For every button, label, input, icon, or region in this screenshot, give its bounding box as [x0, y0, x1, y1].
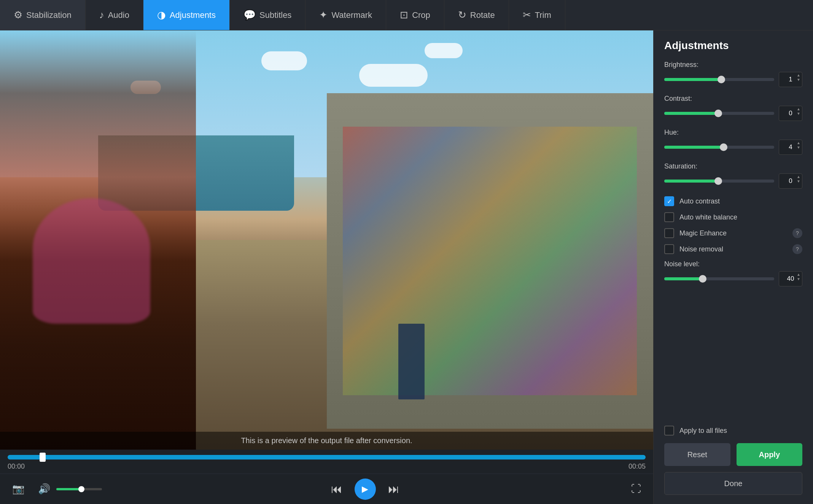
scene-graffiti — [343, 127, 637, 395]
nav-subtitles-label: Subtitles — [259, 10, 291, 20]
screenshot-button[interactable]: 📷 — [9, 480, 27, 498]
nav-watermark[interactable]: ✦ Watermark — [305, 0, 386, 30]
saturation-slider[interactable] — [664, 180, 774, 183]
contrast-value: 0 ▲ ▼ — [779, 106, 802, 121]
apply-button[interactable]: Apply — [737, 443, 803, 466]
apply-all-checkbox[interactable] — [664, 426, 674, 436]
nav-stabilization-label: Stabilization — [26, 10, 72, 20]
noise-level-down[interactable]: ▼ — [796, 277, 801, 281]
noise-removal-row: Noise removal ? — [664, 244, 802, 254]
playback-center: ⏮ ▶ ⏭ — [110, 479, 620, 500]
hue-thumb[interactable] — [720, 143, 727, 151]
scene-cloud-1 — [261, 51, 307, 70]
magic-enhance-row: Magic Enhance ? — [664, 228, 802, 238]
auto-contrast-checkbox[interactable]: ✓ — [664, 196, 674, 206]
saturation-thumb[interactable] — [714, 177, 722, 185]
nav-rotate[interactable]: ↻ Rotate — [444, 0, 509, 30]
nav-adjustments-label: Adjustments — [170, 10, 216, 20]
noise-level-value: 40 ▲ ▼ — [779, 271, 802, 286]
nav-stabilization[interactable]: ⚙ Stabilization — [0, 0, 86, 30]
apply-all-row: Apply to all files — [664, 426, 802, 436]
brightness-down[interactable]: ▼ — [796, 78, 801, 82]
volume-track[interactable] — [56, 488, 102, 490]
noise-level-row: Noise level: 40 ▲ ▼ — [664, 260, 802, 286]
main-content: This is a preview of the output file aft… — [0, 30, 813, 504]
hue-label: Hue: — [664, 129, 802, 137]
crop-icon: ⊡ — [400, 9, 408, 21]
player-controls: 📷 🔊 ⏮ ▶ ⏭ ⛶ — [0, 474, 653, 504]
hue-spinners: ▲ ▼ — [796, 141, 801, 154]
noise-removal-checkbox[interactable] — [664, 244, 674, 254]
nav-trim[interactable]: ✂ Trim — [509, 0, 565, 30]
nav-rotate-label: Rotate — [470, 10, 495, 20]
scene-pink-top — [33, 198, 150, 324]
apply-all-label: Apply to all files — [679, 427, 727, 435]
volume-fill — [56, 488, 81, 490]
noise-level-label: Noise level: — [664, 260, 802, 268]
noise-level-slider-row: 40 ▲ ▼ — [664, 271, 802, 286]
panel-title: Adjustments — [664, 40, 802, 52]
video-area: This is a preview of the output file aft… — [0, 30, 653, 504]
contrast-thumb[interactable] — [714, 110, 722, 117]
magic-enhance-help-icon[interactable]: ? — [792, 228, 802, 238]
noise-level-fill — [664, 277, 703, 280]
saturation-row: Saturation: 0 ▲ ▼ — [664, 162, 802, 189]
noise-level-slider[interactable] — [664, 277, 774, 280]
done-button[interactable]: Done — [664, 472, 802, 495]
noise-removal-help-icon[interactable]: ? — [792, 244, 802, 254]
contrast-slider[interactable] — [664, 112, 774, 115]
scene-cloud-3 — [425, 43, 463, 58]
hue-down[interactable]: ▼ — [796, 145, 801, 150]
contrast-down[interactable]: ▼ — [796, 111, 801, 116]
video-preview: This is a preview of the output file aft… — [0, 30, 653, 450]
hue-slider[interactable] — [664, 146, 774, 149]
saturation-up[interactable]: ▲ — [796, 175, 801, 179]
hue-slider-row: 4 ▲ ▼ — [664, 140, 802, 155]
noise-level-up[interactable]: ▲ — [796, 272, 801, 277]
skip-forward-button[interactable]: ⏭ — [385, 480, 403, 499]
nav-crop-label: Crop — [412, 10, 430, 20]
contrast-fill — [664, 112, 718, 115]
contrast-up[interactable]: ▲ — [796, 107, 801, 111]
scene-wall — [327, 93, 654, 429]
brightness-fill — [664, 78, 721, 81]
saturation-slider-row: 0 ▲ ▼ — [664, 173, 802, 189]
action-buttons: Reset Apply — [664, 443, 802, 466]
noise-level-spinners: ▲ ▼ — [796, 272, 801, 285]
checkmark-icon: ✓ — [667, 198, 672, 205]
saturation-spinners: ▲ ▼ — [796, 175, 801, 188]
brightness-slider-row: 1 ▲ ▼ — [664, 72, 802, 87]
auto-contrast-row: ✓ Auto contrast — [664, 196, 802, 206]
fullscreen-button[interactable]: ⛶ — [628, 480, 644, 498]
nav-adjustments[interactable]: ◑ Adjustments — [143, 0, 230, 30]
reset-button[interactable]: Reset — [664, 443, 730, 466]
brightness-value: 1 ▲ ▼ — [779, 72, 802, 87]
brightness-up[interactable]: ▲ — [796, 73, 801, 78]
timeline-thumb[interactable] — [40, 453, 46, 462]
skip-back-button[interactable]: ⏮ — [328, 480, 345, 499]
hue-up[interactable]: ▲ — [796, 141, 801, 145]
nav-trim-label: Trim — [535, 10, 551, 20]
auto-white-balance-row: Auto white balance — [664, 212, 802, 222]
nav-subtitles[interactable]: 💬 Subtitles — [230, 0, 305, 30]
nav-audio[interactable]: ♪ Audio — [86, 0, 143, 30]
nav-crop[interactable]: ⊡ Crop — [386, 0, 444, 30]
stabilization-icon: ⚙ — [14, 9, 22, 21]
trim-icon: ✂ — [523, 9, 531, 21]
nav-audio-label: Audio — [108, 10, 129, 20]
brightness-thumb[interactable] — [718, 76, 725, 83]
auto-white-balance-checkbox[interactable] — [664, 212, 674, 222]
play-pause-button[interactable]: ▶ — [355, 479, 376, 500]
brightness-slider[interactable] — [664, 78, 774, 81]
volume-thumb[interactable] — [78, 486, 84, 492]
preview-label: This is a preview of the output file aft… — [0, 432, 653, 450]
scene-child-figure — [398, 324, 425, 399]
noise-level-thumb[interactable] — [699, 275, 706, 283]
contrast-row: Contrast: 0 ▲ ▼ — [664, 95, 802, 121]
contrast-spinners: ▲ ▼ — [796, 107, 801, 120]
timeline-track[interactable] — [8, 455, 646, 459]
saturation-down[interactable]: ▼ — [796, 179, 801, 184]
volume-button[interactable]: 🔊 — [35, 480, 53, 498]
magic-enhance-checkbox[interactable] — [664, 228, 674, 238]
timeline-start: 00:00 — [8, 463, 25, 471]
